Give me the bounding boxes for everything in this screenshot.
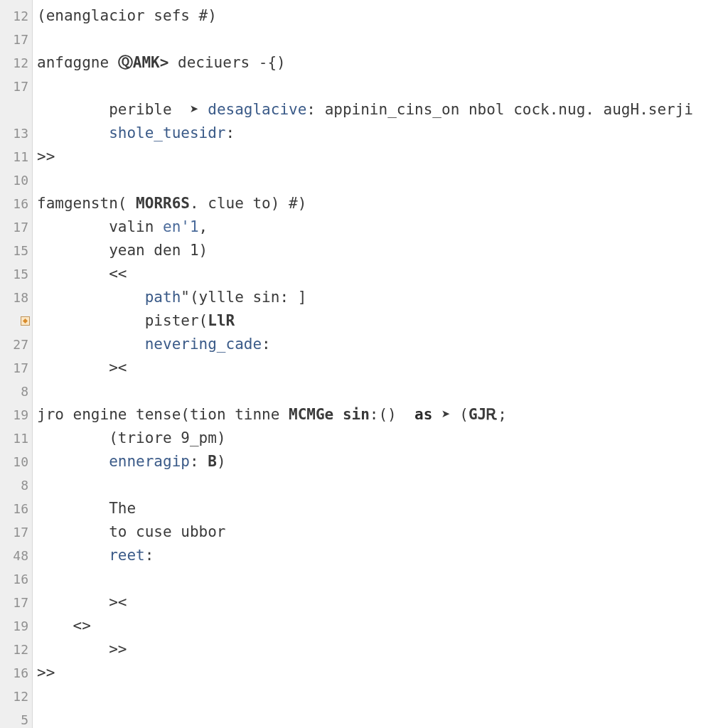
code-line[interactable] (37, 168, 728, 192)
line-number: 8 (0, 473, 32, 497)
line-number (0, 98, 32, 122)
line-number: 18 (0, 286, 32, 309)
line-number: 17 (0, 520, 32, 544)
line-number: 17 (0, 215, 32, 239)
line-number-gutter: 1217121713111016171515182717819111081617… (0, 0, 33, 728)
code-line[interactable]: shole_tuesidr: (37, 122, 728, 145)
line-number: 16 (0, 497, 32, 520)
line-number: 10 (0, 168, 32, 192)
code-line[interactable]: valin en'1, (37, 215, 728, 239)
line-number: 5 (0, 708, 32, 728)
code-line[interactable]: >> (37, 638, 728, 661)
line-number: 13 (0, 122, 32, 145)
line-number: 12 (0, 638, 32, 661)
line-number: 12 (0, 4, 32, 28)
line-number: 15 (0, 239, 32, 262)
code-line[interactable] (37, 380, 728, 403)
code-line[interactable]: to cuse ubbor (37, 520, 728, 544)
line-number: 15 (0, 262, 32, 286)
line-number: 27 (0, 333, 32, 356)
line-number: 12 (0, 685, 32, 708)
code-editor[interactable]: (enanglacior sefs #)anfɑggne ⓆAMK> deciu… (33, 0, 728, 728)
line-number (0, 309, 32, 333)
line-number: 11 (0, 145, 32, 168)
code-line[interactable] (37, 28, 728, 51)
code-line[interactable]: >> (37, 145, 728, 168)
code-line[interactable] (37, 75, 728, 98)
code-line[interactable]: famgenstn( MORR6S. clue to) #) (37, 192, 728, 215)
code-line[interactable]: << (37, 262, 728, 286)
line-number: 8 (0, 380, 32, 403)
line-number: 11 (0, 427, 32, 450)
code-line[interactable]: The (37, 497, 728, 520)
line-number: 17 (0, 75, 32, 98)
code-line[interactable]: perible ➤ desaglacive: appinin_cins_on n… (37, 98, 728, 122)
code-line[interactable]: (triore 9_pm) (37, 427, 728, 450)
line-number: 17 (0, 356, 32, 380)
code-line[interactable]: reet: (37, 544, 728, 567)
code-line[interactable] (37, 567, 728, 591)
code-line[interactable]: <> (37, 614, 728, 638)
code-line[interactable]: yean den 1) (37, 239, 728, 262)
code-line[interactable]: enneragip: B) (37, 450, 728, 473)
line-number: 19 (0, 614, 32, 638)
code-line[interactable]: nevering_cade: (37, 333, 728, 356)
line-number: 17 (0, 591, 32, 614)
line-number: 19 (0, 403, 32, 427)
code-line[interactable]: jro engine tense(tion tinne MCMGe sin:()… (37, 403, 728, 427)
line-number: 10 (0, 450, 32, 473)
code-line[interactable]: >< (37, 356, 728, 380)
line-number: 16 (0, 661, 32, 685)
code-line[interactable]: pister(LlR (37, 309, 728, 333)
code-line[interactable] (37, 685, 728, 708)
code-line[interactable]: (enanglacior sefs #) (37, 4, 728, 28)
code-line[interactable]: path"(yllle sin: ] (37, 286, 728, 309)
code-line[interactable] (37, 473, 728, 497)
line-number: 48 (0, 544, 32, 567)
line-number: 17 (0, 28, 32, 51)
code-line[interactable]: >> (37, 661, 728, 685)
line-number: 16 (0, 567, 32, 591)
code-line[interactable]: >< (37, 591, 728, 614)
line-number: 12 (0, 51, 32, 75)
breakpoint-marker-icon[interactable] (21, 316, 30, 326)
code-line[interactable]: anfɑggne ⓆAMK> deciuers -{) (37, 51, 728, 75)
line-number: 16 (0, 192, 32, 215)
